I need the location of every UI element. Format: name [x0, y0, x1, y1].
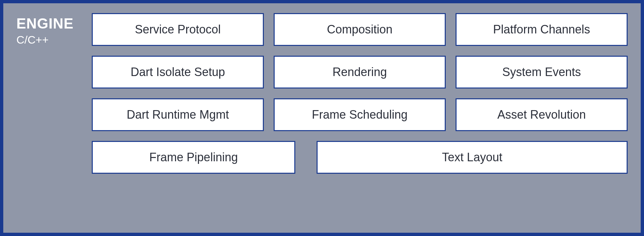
- components-grid: Service Protocol Composition Platform Ch…: [92, 13, 628, 220]
- section-subtitle: C/C++: [16, 33, 92, 46]
- component-box: Composition: [274, 13, 446, 46]
- component-box: Dart Runtime Mgmt: [92, 98, 264, 131]
- components-row: Frame Pipelining Text Layout: [92, 141, 628, 174]
- component-box: Dart Isolate Setup: [92, 56, 264, 88]
- section-title: ENGINE: [16, 16, 92, 31]
- component-box: Frame Pipelining: [92, 141, 295, 174]
- components-row: Dart Runtime Mgmt Frame Scheduling Asset…: [92, 98, 628, 131]
- component-box: System Events: [456, 56, 628, 88]
- section-header: ENGINE C/C++: [16, 13, 92, 220]
- component-box: Platform Channels: [456, 13, 628, 46]
- component-box: Rendering: [274, 56, 446, 88]
- component-box: Text Layout: [317, 141, 628, 174]
- component-box: Asset Revolution: [456, 98, 628, 131]
- component-box: Service Protocol: [92, 13, 264, 46]
- components-row: Service Protocol Composition Platform Ch…: [92, 13, 628, 46]
- engine-layer-panel: ENGINE C/C++ Service Protocol Compositio…: [0, 0, 644, 236]
- component-box: Frame Scheduling: [274, 98, 446, 131]
- components-row: Dart Isolate Setup Rendering System Even…: [92, 56, 628, 88]
